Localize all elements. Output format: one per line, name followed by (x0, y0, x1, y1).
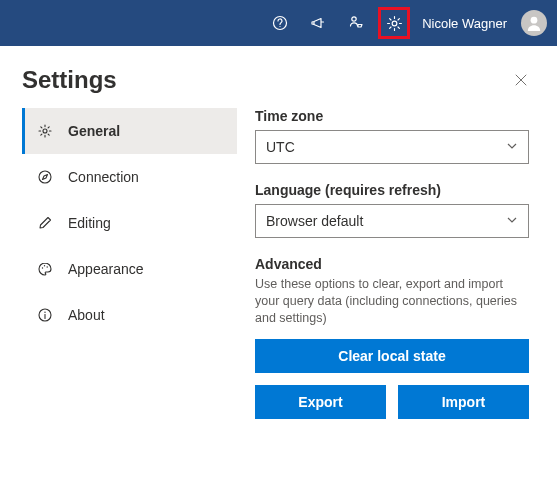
chevron-down-icon (506, 139, 518, 155)
topbar: Nicole Wagner (0, 0, 557, 46)
svg-point-7 (42, 267, 43, 268)
svg-point-3 (392, 21, 397, 26)
sidebar-item-connection[interactable]: Connection (22, 154, 237, 200)
info-icon (36, 306, 54, 324)
timezone-value: UTC (266, 139, 295, 155)
timezone-select[interactable]: UTC (255, 130, 529, 164)
svg-point-8 (44, 265, 45, 266)
gear-icon (36, 122, 54, 140)
sidebar-item-appearance[interactable]: Appearance (22, 246, 237, 292)
sidebar-item-about[interactable]: About (22, 292, 237, 338)
help-icon[interactable] (264, 7, 296, 39)
sidebar-item-label: About (68, 307, 105, 323)
clear-local-state-button[interactable]: Clear local state (255, 339, 529, 373)
chevron-down-icon (506, 213, 518, 229)
panel-title: Settings (22, 66, 117, 94)
export-button[interactable]: Export (255, 385, 386, 419)
sidebar-item-label: Connection (68, 169, 139, 185)
avatar[interactable] (521, 10, 547, 36)
timezone-label: Time zone (255, 108, 529, 124)
sidebar-item-label: Editing (68, 215, 111, 231)
svg-point-1 (280, 26, 281, 27)
advanced-label: Advanced (255, 256, 529, 272)
settings-sidebar: General Connection Editing Appearance (22, 108, 237, 419)
palette-icon (36, 260, 54, 278)
svg-point-5 (43, 129, 47, 133)
svg-point-4 (531, 17, 538, 24)
settings-content: Time zone UTC Language (requires refresh… (237, 108, 535, 419)
sidebar-item-label: General (68, 123, 120, 139)
svg-point-6 (39, 171, 51, 183)
user-name[interactable]: Nicole Wagner (416, 16, 515, 31)
close-button[interactable] (507, 66, 535, 94)
settings-gear-icon[interactable] (378, 7, 410, 39)
settings-panel: Settings General Connection (0, 46, 557, 419)
language-value: Browser default (266, 213, 363, 229)
compass-icon (36, 168, 54, 186)
feedback-icon[interactable] (340, 7, 372, 39)
sidebar-item-general[interactable]: General (22, 108, 237, 154)
language-label: Language (requires refresh) (255, 182, 529, 198)
pencil-icon (36, 214, 54, 232)
svg-point-9 (47, 266, 48, 267)
import-button[interactable]: Import (398, 385, 529, 419)
svg-point-2 (352, 17, 356, 21)
megaphone-icon[interactable] (302, 7, 334, 39)
advanced-description: Use these options to clear, export and i… (255, 276, 529, 327)
language-select[interactable]: Browser default (255, 204, 529, 238)
sidebar-item-label: Appearance (68, 261, 144, 277)
sidebar-item-editing[interactable]: Editing (22, 200, 237, 246)
svg-point-11 (44, 312, 45, 313)
